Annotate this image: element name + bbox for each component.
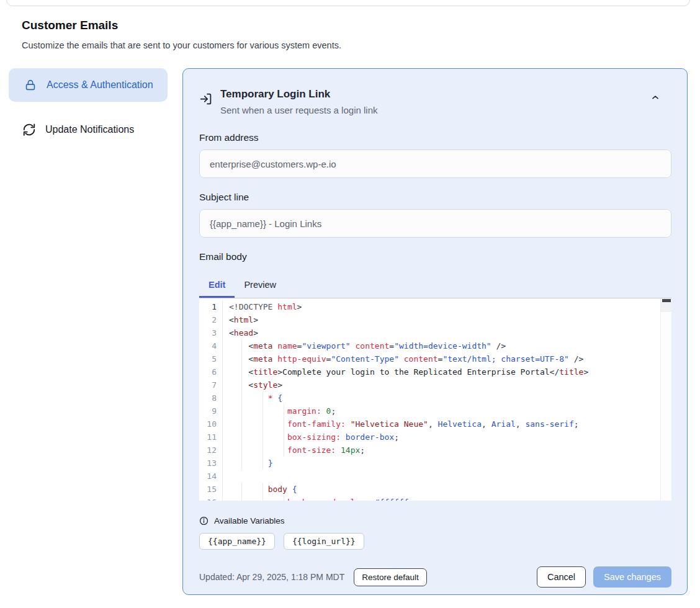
code-line[interactable]: 12 font-size: 14px; bbox=[199, 444, 671, 457]
panel-footer: Updated: Apr 29, 2025, 1:18 PM MDT Resto… bbox=[199, 566, 671, 588]
line-number: 15 bbox=[199, 483, 223, 496]
code-line[interactable]: 7 <style> bbox=[199, 378, 671, 391]
email-settings-panel: Temporary Login Link Sent when a user re… bbox=[182, 68, 688, 595]
indent-guide bbox=[284, 405, 284, 418]
chevron-up-icon bbox=[650, 92, 660, 102]
line-number: 8 bbox=[199, 391, 223, 405]
line-number: 7 bbox=[199, 378, 223, 391]
indent-guide bbox=[241, 378, 242, 391]
indent-guide bbox=[262, 418, 263, 431]
card-subtitle: Sent when a user requests a login link bbox=[220, 104, 377, 117]
indent-guide bbox=[262, 431, 263, 444]
page-title: Customer Emails bbox=[22, 19, 580, 32]
code-editor[interactable]: 1<!DOCTYPE html>2<html>3<head>4 <meta na… bbox=[199, 298, 671, 501]
tab-edit[interactable]: Edit bbox=[199, 274, 235, 298]
indent-guide bbox=[262, 391, 263, 405]
save-changes-button[interactable]: Save changes bbox=[593, 566, 671, 588]
indent-guide bbox=[284, 496, 284, 501]
indent-guide bbox=[284, 431, 284, 444]
top-cutoff-card bbox=[6, 0, 690, 6]
available-variables-label: Available Variables bbox=[214, 516, 285, 525]
code-line[interactable]: 1<!DOCTYPE html> bbox=[199, 300, 671, 313]
tab-preview[interactable]: Preview bbox=[235, 274, 285, 298]
subject-line-label: Subject line bbox=[199, 192, 671, 203]
indent-guide bbox=[241, 496, 242, 501]
indent-guide bbox=[241, 431, 242, 444]
email-body-label: Email body bbox=[199, 251, 671, 262]
available-variables-row: Available Variables bbox=[199, 516, 671, 525]
indent-guide bbox=[262, 483, 263, 496]
sidebar-item-update-notifications[interactable]: Update Notifications bbox=[9, 112, 168, 147]
indent-guide bbox=[262, 457, 263, 470]
sidebar-item-access-authentication[interactable]: Access & Authentication bbox=[9, 68, 168, 102]
code-line[interactable]: 3<head> bbox=[199, 326, 671, 339]
line-number: 2 bbox=[199, 313, 223, 326]
sidebar-item-label: Update Notifications bbox=[45, 122, 134, 137]
indent-guide bbox=[241, 365, 242, 378]
editor-scrollbar-track[interactable] bbox=[660, 298, 671, 501]
line-number: 11 bbox=[199, 431, 223, 444]
indent-guide bbox=[241, 418, 242, 431]
info-icon bbox=[199, 516, 209, 525]
code-line[interactable]: 16 background-color: #ffffff; bbox=[199, 496, 671, 501]
code-line[interactable]: 13 } bbox=[199, 457, 671, 470]
from-address-input[interactable] bbox=[199, 150, 671, 178]
restore-default-button[interactable]: Restore default bbox=[354, 568, 427, 586]
indent-guide bbox=[241, 483, 242, 496]
code-line[interactable]: 11 box-sizing: border-box; bbox=[199, 431, 671, 444]
line-number: 10 bbox=[199, 418, 223, 431]
login-icon bbox=[199, 92, 212, 117]
code-line[interactable]: 15 body { bbox=[199, 483, 671, 496]
line-number: 16 bbox=[199, 496, 223, 501]
refresh-icon bbox=[22, 123, 36, 136]
from-address-label: From address bbox=[199, 132, 671, 143]
line-number: 6 bbox=[199, 365, 223, 378]
code-line[interactable]: 10 font-family: "Helvetica Neue", Helvet… bbox=[199, 418, 671, 431]
variable-chip-app-name[interactable]: {{app_name}} bbox=[199, 533, 275, 550]
indent-guide bbox=[241, 339, 242, 352]
lock-icon bbox=[24, 78, 37, 92]
page-subtitle: Customize the emails that are sent to yo… bbox=[22, 40, 580, 50]
panel-header: Temporary Login Link Sent when a user re… bbox=[199, 86, 671, 117]
subject-line-input[interactable] bbox=[199, 209, 671, 238]
indent-guide bbox=[241, 457, 242, 470]
card-title: Temporary Login Link bbox=[220, 86, 377, 102]
sidebar-item-label: Access & Authentication bbox=[47, 78, 153, 92]
variable-chip-login-url[interactable]: {{login_url}} bbox=[284, 533, 364, 550]
editor-scrollbar-thumb[interactable] bbox=[662, 299, 671, 302]
line-number: 3 bbox=[199, 326, 223, 339]
code-line[interactable]: 9 margin: 0; bbox=[199, 405, 671, 418]
code-line[interactable]: 14 bbox=[199, 470, 671, 483]
email-body-tabs: Edit Preview bbox=[199, 274, 671, 298]
line-number: 5 bbox=[199, 352, 223, 365]
indent-guide bbox=[241, 405, 242, 418]
code-line[interactable]: 2<html> bbox=[199, 313, 671, 326]
indent-guide bbox=[284, 418, 284, 431]
line-number: 12 bbox=[199, 444, 223, 457]
indent-guide bbox=[284, 444, 284, 457]
cancel-button[interactable]: Cancel bbox=[537, 566, 586, 588]
code-line[interactable]: 6 <title>Complete your login to the Repl… bbox=[199, 365, 671, 378]
code-lines: 1<!DOCTYPE html>2<html>3<head>4 <meta na… bbox=[199, 298, 671, 501]
line-number: 14 bbox=[199, 470, 223, 483]
line-number: 1 bbox=[199, 300, 223, 313]
code-line[interactable]: 8 * { bbox=[199, 391, 671, 405]
line-number: 9 bbox=[199, 405, 223, 418]
indent-guide bbox=[241, 444, 242, 457]
line-number: 4 bbox=[199, 339, 223, 352]
indent-guide bbox=[262, 444, 263, 457]
indent-guide bbox=[241, 352, 242, 365]
line-number: 13 bbox=[199, 457, 223, 470]
code-line[interactable]: 5 <meta http-equiv="Content-Type" conten… bbox=[199, 352, 671, 365]
indent-guide bbox=[241, 391, 242, 405]
indent-guide bbox=[262, 405, 263, 418]
editor-scrollbar-shade bbox=[661, 302, 671, 312]
variable-chips: {{app_name}} {{login_url}} bbox=[199, 533, 671, 550]
code-line[interactable]: 4 <meta name="viewport" content="width=d… bbox=[199, 339, 671, 352]
indent-guide bbox=[262, 496, 263, 501]
collapse-button[interactable] bbox=[650, 92, 660, 102]
updated-timestamp: Updated: Apr 29, 2025, 1:18 PM MDT bbox=[199, 572, 344, 582]
page-header: Customer Emails Customize the emails tha… bbox=[22, 19, 580, 50]
email-types-sidebar: Access & Authentication Update Notificat… bbox=[9, 68, 168, 147]
